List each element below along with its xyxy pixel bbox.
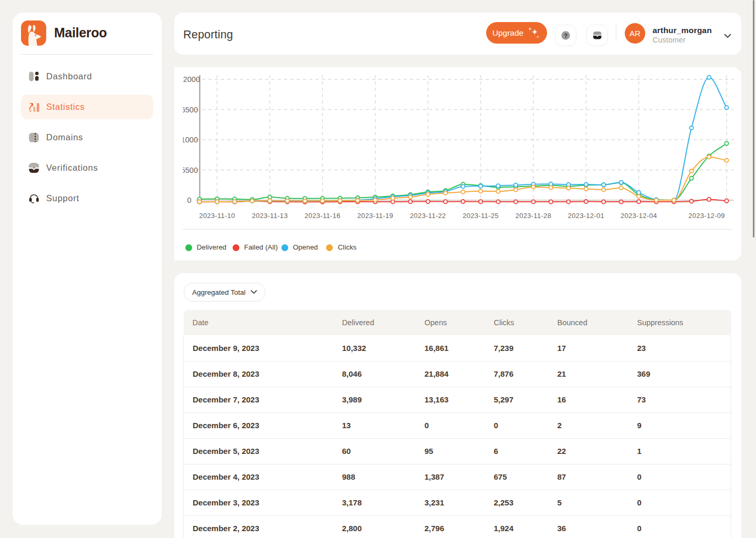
svg-text:2023-11-19: 2023-11-19 bbox=[357, 212, 393, 220]
svg-text:2023-11-10: 2023-11-10 bbox=[199, 212, 235, 220]
svg-text:2023-11-28: 2023-11-28 bbox=[516, 212, 552, 220]
svg-text:2023-12-04: 2023-12-04 bbox=[621, 212, 657, 220]
svg-text:2023-11-13: 2023-11-13 bbox=[252, 212, 288, 220]
svg-text:?: ? bbox=[564, 33, 568, 39]
svg-text:2023-11-22: 2023-11-22 bbox=[410, 212, 446, 220]
svg-text:2023-12-09: 2023-12-09 bbox=[688, 212, 725, 220]
svg-text:0: 0 bbox=[187, 196, 191, 204]
svg-text:5500: 5500 bbox=[181, 166, 198, 174]
svg-text:2000: 2000 bbox=[183, 75, 200, 84]
svg-text:2023-11-16: 2023-11-16 bbox=[304, 212, 341, 220]
svg-text:2023-11-25: 2023-11-25 bbox=[463, 212, 499, 220]
svg-text:2023-12-01: 2023-12-01 bbox=[568, 212, 605, 220]
